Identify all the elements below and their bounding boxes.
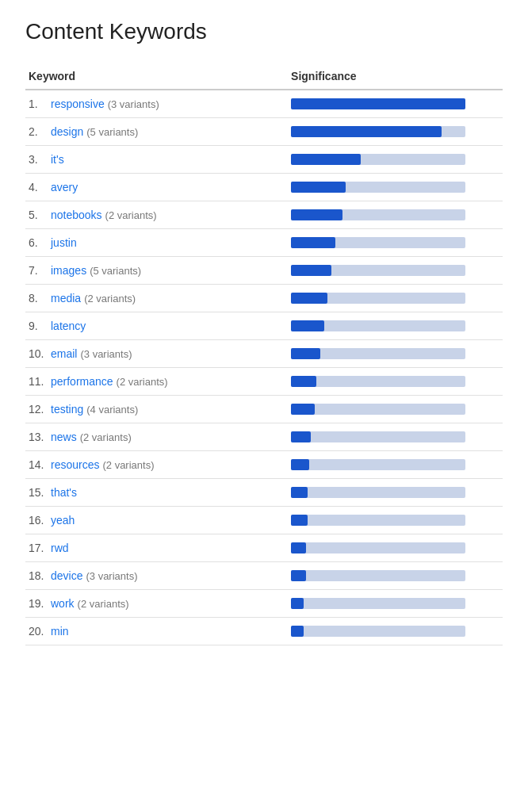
significance-cell [288,479,503,507]
bar-background [291,542,465,553]
bar-foreground [291,182,346,193]
keyword-link[interactable]: resources [51,458,99,471]
keyword-variants: (5 variants) [86,126,138,138]
table-row: 18.device (3 variants) [25,562,503,590]
keyword-variants: (3 variants) [108,98,159,110]
keywords-table: Keyword Significance 1.responsive (3 var… [25,63,503,645]
table-row: 16.yeah [25,507,503,534]
table-row: 10.email (3 variants) [25,340,503,368]
keyword-link[interactable]: responsive [51,98,105,110]
bar-foreground [291,487,308,498]
keyword-link[interactable]: it's [51,153,64,166]
significance-cell [288,312,503,340]
bar-foreground [291,404,315,415]
significance-cell [288,368,503,396]
page-title: Content Keywords [25,19,503,44]
keyword-cell: 1.responsive (3 variants) [25,90,288,118]
table-row: 1.responsive (3 variants) [25,90,503,118]
keyword-cell: 12.testing (4 variants) [25,396,288,423]
keyword-cell: 13.news (2 variants) [25,423,288,451]
bar-background [291,404,465,415]
bar-background [291,431,465,442]
bar-background [291,376,465,387]
keyword-variants: (3 variants) [86,570,137,582]
bar-foreground [291,126,442,137]
bar-foreground [291,570,306,581]
keyword-rank: 16. [29,514,51,527]
col-significance: Significance [288,63,503,90]
table-row: 19.work (2 variants) [25,590,503,618]
keyword-link[interactable]: that's [51,486,77,499]
bar-background [291,459,465,470]
keyword-cell: 16.yeah [25,507,288,534]
keyword-link[interactable]: yeah [51,514,75,527]
keyword-rank: 2. [29,125,51,138]
keyword-link[interactable]: media [51,292,81,304]
bar-foreground [291,98,465,109]
keyword-rank: 18. [29,569,51,582]
keyword-link[interactable]: testing [51,403,83,416]
keyword-link[interactable]: justin [51,236,77,249]
bar-foreground [291,598,304,609]
keyword-cell: 2.design (5 variants) [25,118,288,146]
bar-foreground [291,626,304,637]
keyword-cell: 15.that's [25,479,288,507]
keyword-link[interactable]: min [51,625,69,638]
keyword-link[interactable]: latency [51,320,86,332]
keyword-rank: 14. [29,458,51,471]
keyword-link[interactable]: news [51,431,77,443]
keyword-cell: 5.notebooks (2 variants) [25,201,288,229]
keyword-variants: (4 variants) [86,404,138,416]
bar-foreground [291,293,327,304]
table-row: 12.testing (4 variants) [25,396,503,423]
keyword-variants: (5 variants) [90,265,141,277]
keyword-link[interactable]: performance [51,375,113,388]
significance-cell [288,90,503,118]
significance-cell [288,118,503,146]
significance-cell [288,562,503,590]
keyword-link[interactable]: avery [51,181,78,193]
significance-cell [288,423,503,451]
significance-cell [288,618,503,645]
table-row: 13.news (2 variants) [25,423,503,451]
significance-cell [288,229,503,257]
keyword-link[interactable]: notebooks [51,209,102,221]
bar-foreground [291,459,309,470]
table-row: 11.performance (2 variants) [25,368,503,396]
keyword-rank: 4. [29,181,51,193]
significance-cell [288,590,503,618]
significance-cell [288,174,503,201]
table-row: 6.justin [25,229,503,257]
table-row: 9.latency [25,312,503,340]
keyword-rank: 12. [29,403,51,416]
keyword-rank: 6. [29,236,51,249]
keyword-link[interactable]: rwd [51,542,69,554]
bar-background [291,487,465,498]
keyword-cell: 20.min [25,618,288,645]
bar-foreground [291,209,342,220]
col-keyword: Keyword [25,63,288,90]
keyword-cell: 18.device (3 variants) [25,562,288,590]
keyword-rank: 19. [29,597,51,610]
table-row: 20.min [25,618,503,645]
significance-cell [288,507,503,534]
bar-background [291,570,465,581]
significance-cell [288,257,503,285]
keyword-link[interactable]: work [51,597,75,610]
keyword-cell: 8.media (2 variants) [25,285,288,312]
significance-cell [288,451,503,479]
keyword-variants: (2 variants) [117,376,168,388]
keyword-variants: (2 variants) [102,459,154,471]
keyword-link[interactable]: email [51,347,77,360]
keyword-link[interactable]: design [51,125,83,138]
significance-cell [288,340,503,368]
bar-foreground [291,348,320,359]
table-row: 8.media (2 variants) [25,285,503,312]
keyword-link[interactable]: images [51,264,86,277]
keyword-cell: 6.justin [25,229,288,257]
keyword-variants: (2 variants) [78,598,129,610]
bar-foreground [291,320,324,331]
keyword-link[interactable]: device [51,569,82,582]
keyword-variants: (2 variants) [84,293,136,304]
keyword-rank: 3. [29,153,51,166]
